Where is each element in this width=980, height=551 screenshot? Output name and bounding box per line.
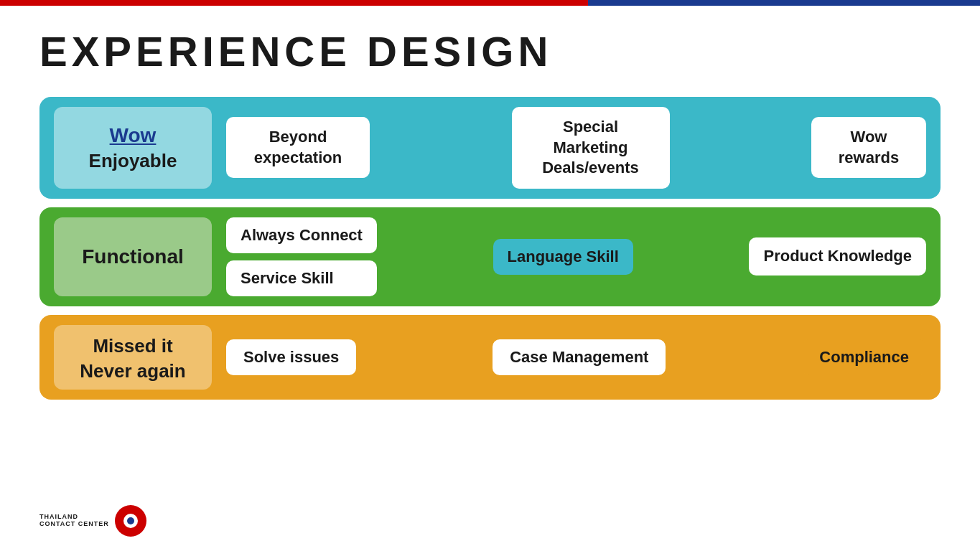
missed-it-label: Missed it xyxy=(93,335,172,357)
logo-line2: CONTACT CENTER xyxy=(39,521,109,528)
special-marketing-text: Special Marketing Deals/events xyxy=(526,117,655,179)
wow-rewards-text: Wow rewards xyxy=(826,127,912,168)
functional-row: Functional Always Connect Service Skill … xyxy=(39,207,941,306)
solve-issues-box: Solve issues xyxy=(226,339,356,375)
svg-rect-4 xyxy=(129,528,132,532)
wow-row: Wow Enjoyable Beyond expectation Special… xyxy=(39,97,941,199)
language-skill-box: Language Skill xyxy=(493,239,633,275)
page-title: EXPERIENCE DESIGN xyxy=(39,27,941,75)
language-skill-text: Language Skill xyxy=(508,248,619,265)
svg-point-2 xyxy=(127,517,134,524)
special-marketing-box: Special Marketing Deals/events xyxy=(512,107,670,189)
functional-label-box: Functional xyxy=(54,217,212,296)
wow-rewards-box: Wow rewards xyxy=(811,117,926,178)
main-content: EXPERIENCE DESIGN Wow Enjoyable Beyond e… xyxy=(0,6,980,423)
case-management-text: Case Management xyxy=(510,348,648,366)
compliance-box: Compliance xyxy=(802,339,926,375)
compliance-text: Compliance xyxy=(819,348,909,366)
logo-circle xyxy=(115,505,146,537)
solve-issues-text: Solve issues xyxy=(243,348,339,366)
always-connect-text: Always Connect xyxy=(241,226,363,244)
green-content: Always Connect Service Skill Language Sk… xyxy=(226,217,926,296)
never-again-label: Never again xyxy=(80,360,185,382)
wow-label-box: Wow Enjoyable xyxy=(54,107,212,189)
top-accent-bar xyxy=(0,0,980,6)
missed-it-label-box: Missed it Never again xyxy=(54,325,212,390)
logo-text-block: THAILAND CONTACT CENTER xyxy=(39,514,109,528)
functional-label: Functional xyxy=(82,245,184,268)
product-knowledge-text: Product Knowledge xyxy=(763,247,912,265)
service-skill-text: Service Skill xyxy=(241,269,334,287)
wow-label: Wow xyxy=(110,123,157,148)
service-skill-box: Service Skill xyxy=(226,260,377,296)
case-management-box: Case Management xyxy=(493,339,666,375)
cyan-content: Beyond expectation Special Marketing Dea… xyxy=(226,107,926,189)
green-left-stack: Always Connect Service Skill xyxy=(226,217,377,296)
product-knowledge-box: Product Knowledge xyxy=(749,237,926,276)
logo-area: THAILAND CONTACT CENTER xyxy=(39,505,146,537)
beyond-expectation-text: Beyond expectation xyxy=(241,127,355,168)
orange-content: Solve issues Case Management Compliance xyxy=(226,325,926,390)
always-connect-box: Always Connect xyxy=(226,217,377,253)
missed-it-row: Missed it Never again Solve issues Case … xyxy=(39,315,941,400)
svg-rect-3 xyxy=(129,509,132,514)
beyond-expectation-box: Beyond expectation xyxy=(226,117,370,178)
enjoyable-label: Enjoyable xyxy=(89,150,177,172)
